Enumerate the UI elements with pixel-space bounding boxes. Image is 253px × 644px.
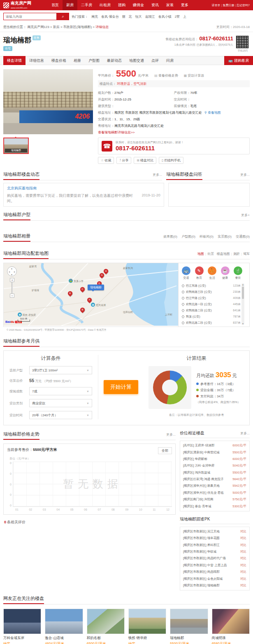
login-link[interactable]: 请登录	[211, 4, 220, 7]
breadcrumb-path[interactable]: 南充房产网123 > 新房 > 市政新区(瑞地楠郡) >	[27, 25, 95, 29]
nav-commission[interactable]: 赚佣金	[129, 0, 148, 10]
map-marker[interactable]: C	[79, 286, 86, 293]
estate-marker-label[interactable]: 瑞地楠郡	[88, 285, 104, 290]
bus-stop-row[interactable]: 巴江中路 (公交)409米	[182, 295, 241, 301]
estate-card[interactable]: 瑞地楠郡5500元/平米	[170, 609, 208, 644]
loan-type-select[interactable]: 商业贷款▼	[29, 399, 92, 407]
layout-select[interactable]: 3室2厅1卫 100m²▼	[29, 366, 92, 374]
nav-home[interactable]: 首页	[48, 0, 63, 10]
bus-stop-row[interactable]: 府荆南路二段 (公交)641米	[182, 307, 241, 313]
estate2-poi[interactable]: ◉	[18, 313, 22, 317]
favorite-button[interactable]: ☆收藏	[98, 157, 114, 164]
nav-news[interactable]: 资讯	[148, 0, 162, 10]
hot-item[interactable]: 丽	[122, 14, 125, 19]
compare-link[interactable]: 对比	[240, 577, 246, 581]
map-mode-street[interactable]: 街景	[207, 252, 214, 256]
estate-card[interactable]: 万科金域东岸待定	[3, 609, 41, 644]
zoom-in-button[interactable]: +	[10, 278, 14, 282]
news-item-link[interactable]: 北京购买墓地指南	[7, 186, 160, 191]
calculate-button[interactable]: 开始计算	[104, 380, 138, 394]
scan-to-phone-button[interactable]: ▯扫描到手机	[159, 157, 183, 164]
hot-item[interactable]: 南充	[91, 14, 98, 19]
estate-card[interactable]: 尚城明珠6580元/平米	[212, 609, 250, 644]
baidu-map[interactable]: ▴▾◂▸ + − 赵家湾 赵家长沟 炉墙垭 佳和仙村 上坪村 ⛳ 荆溪小学 ◉ …	[4, 263, 178, 326]
album-tab-layout[interactable]: 户型图(0)	[181, 235, 195, 238]
view-map-link[interactable]: ⚲ 查看地图	[204, 111, 221, 114]
estate-card[interactable]: 和韵名都6500元/平米	[87, 609, 125, 644]
estate-card[interactable]: 逸合·山语城4604元/平米	[45, 609, 83, 644]
nav-new-house[interactable]: 新房	[63, 0, 77, 10]
compare-link[interactable]: 对比	[240, 530, 246, 534]
view-detail-link[interactable]: 查看瑞地楠郡详细信息>>	[98, 129, 135, 136]
map-marker[interactable]: E	[67, 290, 74, 297]
compare-link[interactable]: 对比	[240, 570, 246, 574]
album-tab-real[interactable]: 实景图(0)	[218, 235, 232, 238]
compare-link[interactable]: 对比	[240, 556, 246, 560]
category-food[interactable]: 🍴餐饮	[234, 266, 242, 280]
hot-item[interactable]: 恒大	[135, 14, 142, 19]
nav-second-hand[interactable]: 二手房	[77, 0, 96, 10]
tab-detail[interactable]: 楼盘详情	[3, 56, 26, 65]
bus-stop-row[interactable]: 荆溪 (公交)787米	[182, 313, 241, 320]
register-link[interactable]: 免费注册	[223, 4, 234, 7]
bus-stop-row[interactable]: 府荆北路一段 (公交)445米	[182, 301, 241, 307]
site-logo[interactable]: 南充房产网 www.ncfc365.com	[3, 1, 31, 9]
bus-stop-row[interactable]: 巴江东路 (公交)123米	[182, 282, 241, 289]
qa-more-link[interactable]: 更多...	[240, 173, 250, 177]
compare-link[interactable]: 对比	[240, 583, 246, 588]
price-trend-link[interactable]: ▤查看价格走势	[154, 73, 178, 78]
map-zoom-control[interactable]: + −	[10, 278, 14, 298]
loan-term-select[interactable]: 20年（240个月）▼	[29, 411, 92, 419]
category-health[interactable]: ☕健康	[221, 266, 230, 280]
drive-link[interactable]: 驾车	[243, 252, 250, 256]
hot-item[interactable]: 北	[129, 14, 132, 19]
album-tab-traffic[interactable]: 交通图(0)	[236, 235, 250, 238]
bus-stop-row[interactable]: 府荆北路二段 (公交)837米	[182, 320, 241, 326]
map-marker[interactable]: G	[99, 272, 105, 279]
downpayment-select[interactable]: 7成▼	[29, 387, 92, 395]
dynamics-more-link[interactable]: 更多...	[153, 173, 162, 177]
tab-ask[interactable]: 问房	[162, 56, 177, 65]
map-mode-map[interactable]: 地图	[197, 252, 204, 256]
estate-poi[interactable]: ◉	[91, 303, 95, 307]
map-marker[interactable]: B	[79, 307, 86, 313]
hot-item[interactable]: 春风·紫金台	[101, 14, 119, 19]
compare-link[interactable]: 对比	[240, 536, 246, 540]
nav-group-buy[interactable]: 团购	[114, 0, 129, 10]
compare-link[interactable]: 对比	[240, 550, 246, 554]
listing-photo[interactable]: 4206	[3, 69, 93, 134]
album-tab-model[interactable]: 样板间(0)	[200, 235, 214, 238]
hot-item[interactable]: 嘉陵江	[145, 14, 155, 19]
nav-more[interactable]: 更多	[177, 0, 192, 10]
tab-info[interactable]: 详细信息	[26, 56, 48, 65]
hot-item[interactable]: 2室	[175, 14, 180, 19]
tab-price[interactable]: 楼盘价格	[48, 56, 70, 65]
nav-decoration[interactable]: 家装	[162, 0, 177, 10]
scrollbar[interactable]: ▲▼	[241, 283, 244, 325]
school-poi[interactable]: ⛳	[69, 279, 73, 283]
compare-link[interactable]: 对比	[240, 543, 246, 547]
category-life[interactable]: ⛹生活	[208, 266, 216, 280]
share-button[interactable]: ⤴分享	[116, 157, 131, 164]
trend-more-link[interactable]: 更多...	[166, 432, 176, 437]
category-traffic[interactable]: 🚌交通	[182, 266, 190, 280]
forgot-password-link[interactable]: 忘记密码?	[237, 4, 250, 7]
search-button[interactable]: ⌕	[57, 13, 69, 20]
tab-review[interactable]: 点评	[148, 56, 162, 65]
nav-rental[interactable]: 出租房	[96, 0, 114, 10]
loan-calculator-link[interactable]: ▦贷款计算器	[184, 73, 204, 78]
tab-map[interactable]: 地图交通	[125, 56, 148, 65]
hot-item[interactable]: 上	[183, 14, 186, 19]
estate-card[interactable]: 铁投·锦华府待定	[128, 609, 166, 644]
compare-button[interactable]: ⊞楼盘对比	[134, 157, 156, 164]
group-buy-button[interactable]: 🚌团购看房	[224, 56, 253, 65]
map-marker[interactable]: F	[86, 297, 93, 303]
layout-more-link[interactable]: 更多+	[241, 213, 250, 217]
hot-item[interactable]: 春风小镇	[158, 14, 172, 19]
album-tab-render[interactable]: 效果图(0)	[163, 235, 177, 238]
zoom-out-button[interactable]: −	[10, 294, 14, 298]
similar-more-link[interactable]: 更多...	[240, 431, 250, 436]
category-education[interactable]: ✎教育	[195, 266, 204, 280]
tab-news[interactable]: 最新动态	[103, 56, 125, 65]
tab-album[interactable]: 相册	[70, 56, 85, 65]
